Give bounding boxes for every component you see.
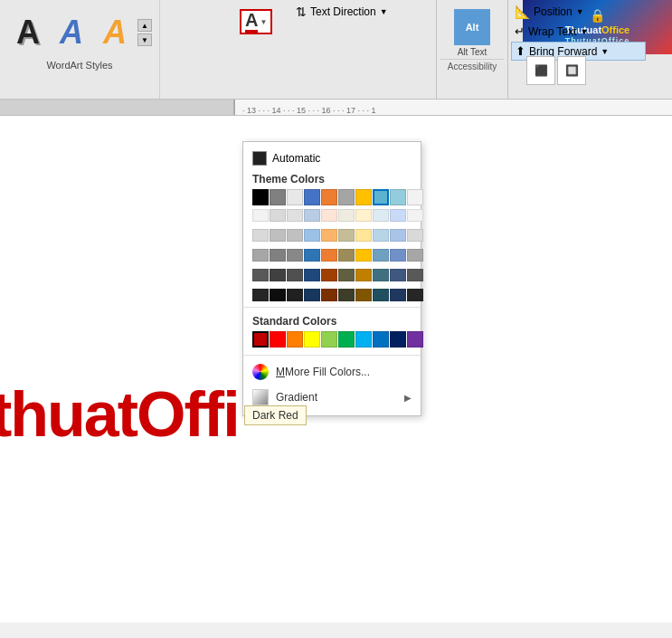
wrap-text-button[interactable]: ↵ Wrap Text ▼ bbox=[511, 23, 646, 40]
shade-4-3[interactable] bbox=[304, 289, 320, 301]
shade-4-5[interactable] bbox=[338, 289, 355, 301]
theme-color-8[interactable] bbox=[390, 189, 406, 205]
theme-color-5[interactable] bbox=[338, 189, 355, 205]
shade-4-6[interactable] bbox=[355, 289, 372, 301]
shade-0-2[interactable] bbox=[287, 209, 303, 222]
wrap-text-icon: ↵ bbox=[515, 24, 525, 38]
tooltip-dark-red: Dark Red bbox=[244, 405, 307, 425]
shade-2-2[interactable] bbox=[287, 249, 303, 262]
shade-0-3[interactable] bbox=[304, 209, 320, 222]
alt-text-icon-box[interactable]: Alt bbox=[454, 9, 490, 45]
shade-2-9[interactable] bbox=[407, 249, 423, 262]
automatic-color-item[interactable]: Automatic bbox=[243, 148, 421, 169]
divider-1 bbox=[243, 307, 421, 308]
shade-3-3[interactable] bbox=[304, 269, 320, 281]
shade-3-8[interactable] bbox=[390, 269, 406, 281]
theme-color-2[interactable] bbox=[287, 189, 303, 205]
shade-3-5[interactable] bbox=[338, 269, 355, 281]
extra-icon-2[interactable]: 🔲 bbox=[557, 56, 586, 85]
shade-2-0[interactable] bbox=[252, 249, 269, 262]
std-color-5[interactable] bbox=[338, 331, 355, 348]
shade-3-2[interactable] bbox=[287, 269, 303, 281]
shade-3-7[interactable] bbox=[373, 269, 389, 281]
extra-icon-1[interactable]: ⬛ bbox=[526, 56, 555, 85]
ruler-marks: · 13 · · · 14 · · · 15 · · · 16 · · · 17… bbox=[235, 100, 383, 115]
shade-2-3[interactable] bbox=[304, 249, 320, 262]
shade-4-0[interactable] bbox=[252, 289, 269, 301]
position-button[interactable]: 📐 Position ▼ bbox=[511, 3, 646, 21]
accessibility-label: Accessibility bbox=[448, 62, 497, 71]
shade-4-2[interactable] bbox=[287, 289, 303, 301]
std-color-6[interactable] bbox=[355, 331, 372, 348]
shade-3-0[interactable] bbox=[252, 269, 269, 281]
shade-1-6[interactable] bbox=[355, 229, 372, 242]
text-direction-icon: ⇅ bbox=[296, 5, 307, 19]
theme-color-1[interactable] bbox=[270, 189, 286, 205]
shade-1-0[interactable] bbox=[252, 229, 269, 242]
automatic-color-label: Automatic bbox=[272, 152, 320, 165]
std-color-0[interactable] bbox=[252, 331, 269, 348]
shade-2-7[interactable] bbox=[373, 249, 389, 262]
shade-4-7[interactable] bbox=[373, 289, 389, 301]
text-direction-button[interactable]: ⇅ Text Direction ▼ bbox=[289, 0, 394, 24]
wordart-style-black[interactable]: A bbox=[7, 7, 49, 58]
theme-color-3[interactable] bbox=[304, 189, 320, 205]
shade-0-6[interactable] bbox=[355, 209, 372, 222]
std-color-1[interactable] bbox=[270, 331, 286, 348]
std-color-3[interactable] bbox=[304, 331, 320, 348]
shade-2-1[interactable] bbox=[270, 249, 286, 262]
shade-3-9[interactable] bbox=[407, 269, 423, 281]
main-canvas-text: thuatOffi bbox=[0, 378, 239, 451]
shade-4-4[interactable] bbox=[321, 289, 337, 301]
shade-0-9[interactable] bbox=[407, 209, 423, 222]
std-color-9[interactable] bbox=[407, 331, 423, 348]
theme-color-7[interactable] bbox=[373, 189, 389, 205]
theme-color-0[interactable] bbox=[252, 189, 269, 205]
shade-1-3[interactable] bbox=[304, 229, 320, 242]
shade-0-0[interactable] bbox=[252, 209, 269, 222]
shade-1-4[interactable] bbox=[321, 229, 337, 242]
wrap-text-arrow[interactable]: ▼ bbox=[581, 27, 589, 36]
wordart-style-orange[interactable]: A bbox=[94, 7, 136, 58]
wordart-scroll-down[interactable]: ▼ bbox=[137, 33, 152, 46]
shade-0-8[interactable] bbox=[390, 209, 406, 222]
shade-2-5[interactable] bbox=[338, 249, 355, 262]
shade-1-9[interactable] bbox=[407, 229, 423, 242]
position-arrow[interactable]: ▼ bbox=[576, 7, 584, 16]
shade-1-7[interactable] bbox=[373, 229, 389, 242]
shade-3-4[interactable] bbox=[321, 269, 337, 281]
theme-color-6[interactable] bbox=[355, 189, 372, 205]
shade-0-1[interactable] bbox=[270, 209, 286, 222]
shade-3-6[interactable] bbox=[355, 269, 372, 281]
font-color-btn-area: A ▼ bbox=[240, 9, 272, 34]
text-direction-arrow[interactable]: ▼ bbox=[380, 7, 388, 16]
shade-0-7[interactable] bbox=[373, 209, 389, 222]
font-a-letter: A bbox=[245, 11, 258, 33]
shade-4-8[interactable] bbox=[390, 289, 406, 301]
shade-1-8[interactable] bbox=[390, 229, 406, 242]
shade-0-5[interactable] bbox=[338, 209, 355, 222]
shade-2-6[interactable] bbox=[355, 249, 372, 262]
wordart-style-blue[interactable]: A bbox=[51, 7, 92, 58]
std-color-2[interactable] bbox=[287, 331, 303, 348]
theme-color-4[interactable] bbox=[321, 189, 337, 205]
wordart-scroll-up[interactable]: ▲ bbox=[137, 19, 152, 32]
shade-1-2[interactable] bbox=[287, 229, 303, 242]
shade-2-4[interactable] bbox=[321, 249, 337, 262]
shade-4-9[interactable] bbox=[407, 289, 423, 301]
std-color-8[interactable] bbox=[390, 331, 406, 348]
std-color-7[interactable] bbox=[373, 331, 389, 348]
std-color-4[interactable] bbox=[321, 331, 337, 348]
position-icon: 📐 bbox=[515, 5, 530, 19]
shade-1-1[interactable] bbox=[270, 229, 286, 242]
more-fill-colors-item[interactable]: MMore Fill Colors... bbox=[243, 359, 421, 385]
gradient-arrow: ▶ bbox=[404, 393, 412, 403]
shade-2-8[interactable] bbox=[390, 249, 406, 262]
font-color-dropdown-arrow[interactable]: ▼ bbox=[260, 18, 267, 26]
font-color-button[interactable]: A ▼ bbox=[240, 9, 272, 34]
shade-1-5[interactable] bbox=[338, 229, 355, 242]
theme-color-9[interactable] bbox=[407, 189, 423, 205]
shade-3-1[interactable] bbox=[270, 269, 286, 281]
shade-4-1[interactable] bbox=[270, 289, 286, 301]
shade-0-4[interactable] bbox=[321, 209, 337, 222]
